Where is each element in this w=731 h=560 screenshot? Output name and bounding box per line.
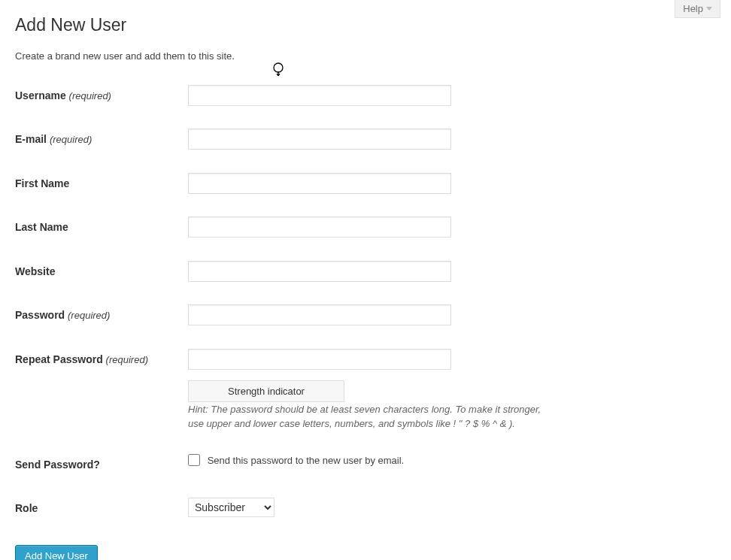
- send-password-checkbox-label[interactable]: Send this password to the new user by em…: [188, 454, 404, 465]
- email-input[interactable]: [188, 129, 451, 150]
- first-name-label: First Name: [15, 177, 69, 189]
- password-input[interactable]: [188, 304, 451, 325]
- page-subheading: Create a brand new user and add them to …: [15, 49, 716, 64]
- role-select[interactable]: Subscriber: [188, 498, 275, 517]
- page-title: Add New User: [15, 8, 716, 39]
- strength-indicator: Strength indicator: [188, 380, 344, 402]
- send-password-text: Send this password to the new user by em…: [208, 455, 405, 466]
- password-label: Password (required): [15, 309, 110, 321]
- last-name-input[interactable]: [188, 216, 451, 238]
- help-label: Help: [683, 3, 703, 14]
- website-label: Website: [15, 265, 55, 277]
- send-password-label: Send Password?: [15, 459, 100, 471]
- repeat-password-input[interactable]: [188, 349, 451, 370]
- triangle-down-icon: [706, 7, 712, 11]
- username-input[interactable]: [188, 85, 451, 106]
- first-name-input[interactable]: [188, 173, 451, 194]
- repeat-password-label: Repeat Password (required): [15, 353, 148, 365]
- last-name-label: Last Name: [15, 221, 68, 233]
- add-new-user-button[interactable]: Add New User: [15, 545, 98, 560]
- email-label: E-mail (required): [15, 133, 92, 145]
- username-label: Username (required): [15, 89, 111, 101]
- website-input[interactable]: [188, 261, 451, 282]
- send-password-checkbox[interactable]: [188, 454, 200, 466]
- password-hint: Hint: The password should be at least se…: [188, 402, 557, 431]
- role-label: Role: [15, 502, 38, 514]
- help-toggle[interactable]: Help: [675, 0, 720, 18]
